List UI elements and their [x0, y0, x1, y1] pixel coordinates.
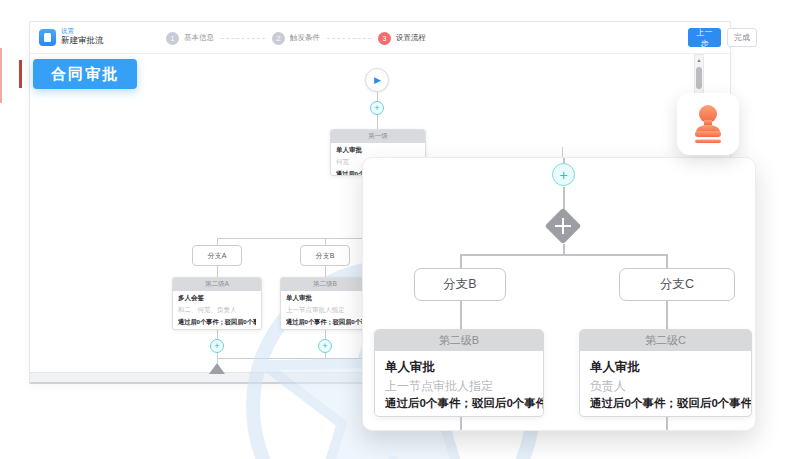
finish-button[interactable]: 完成 [727, 28, 757, 47]
assignee: 和二、何苋、负责人 [178, 306, 256, 315]
card-title: 第二级B [281, 278, 369, 291]
connector [666, 301, 668, 329]
level2a-approval-card[interactable]: 第二级A 多人会签 和二、何苋、负责人 通过后0个事件；驳回后0个事件 [172, 277, 262, 330]
branch-c-node[interactable]: 分支C [619, 268, 735, 301]
approval-type: 多人会签 [178, 294, 256, 303]
add-node-button[interactable]: + [210, 339, 224, 353]
events-summary: 通过后0个事件；驳回后0个事件 [286, 318, 364, 327]
plus-icon [550, 213, 576, 239]
step-1-dot: 1 [166, 32, 179, 45]
wizard-steps: 1 基本信息 2 触发条件 3 设置流程 [166, 22, 426, 54]
connector [563, 187, 565, 210]
approval-type: 单人审批 [590, 359, 741, 376]
level2c-approval-card[interactable]: 第二级C 单人审批 负责人 通过后0个事件；驳回后0个事件 [579, 329, 752, 417]
step-trigger-condition[interactable]: 2 触发条件 [272, 32, 320, 45]
events-summary: 通过后0个事件；驳回后0个事件 [590, 396, 741, 411]
branch-b-node[interactable]: 分支B [414, 268, 506, 301]
connector [325, 238, 326, 245]
connector [460, 301, 462, 329]
card-title: 第二级A [173, 278, 261, 291]
play-icon: ▶ [374, 76, 381, 85]
step-3-label: 设置流程 [396, 33, 426, 43]
page-title: 新建审批流 [61, 36, 104, 45]
approval-type: 单人审批 [286, 294, 364, 303]
red-accent-strip [19, 60, 22, 88]
add-node-button[interactable]: + [318, 339, 332, 353]
assignee: 负责人 [590, 378, 741, 395]
approval-type: 单人审批 [336, 146, 420, 155]
document-icon [39, 29, 56, 46]
events-summary: 通过后0个事件；驳回后0个事件 [178, 318, 256, 327]
stamp-icon [690, 104, 726, 144]
step-set-flow[interactable]: 3 设置流程 [378, 32, 426, 45]
card-title: 第一级 [331, 130, 425, 143]
previous-step-button[interactable]: 上一步 [688, 28, 721, 47]
connector [666, 254, 668, 268]
vertical-scrollbar[interactable]: ▲ [694, 54, 704, 95]
step-divider [327, 38, 371, 39]
approval-type: 单人审批 [385, 359, 533, 376]
connector [460, 254, 462, 268]
add-node-button[interactable]: + [370, 101, 384, 115]
connector [217, 330, 218, 339]
page: 设置 新建审批流 1 基本信息 2 触发条件 3 设置流程 上一步 [0, 0, 792, 459]
branch-b-node[interactable]: 分支B [300, 245, 350, 266]
app-label: 设置 [61, 27, 104, 34]
connector [562, 147, 563, 157]
assignee: 上一节点审批人指定 [385, 378, 533, 395]
zoom-detail-panel: + 分支B 分支C 第二级B 单人审批 上一节点审批人指定 通过后0个事件；驳回… [362, 157, 756, 431]
scroll-up-icon[interactable]: ▲ [695, 55, 703, 65]
step-basic-info[interactable]: 1 基本信息 [166, 32, 214, 45]
connector [563, 244, 565, 254]
connector [217, 238, 218, 245]
level2b-approval-card[interactable]: 第二级B 单人审批 上一节点审批人指定 通过后0个事件；驳回后0个事件 [374, 329, 544, 417]
card-title: 第二级B [375, 330, 543, 351]
window-header: 设置 新建审批流 1 基本信息 2 触发条件 3 设置流程 上一步 [30, 22, 730, 54]
contract-approval-badge: 合同审批 [33, 59, 137, 89]
plus-icon: + [214, 341, 219, 351]
add-node-button[interactable]: + [552, 163, 575, 186]
plus-icon: + [322, 341, 327, 351]
events-summary: 通过后0个事件；驳回后0个事件 [385, 396, 533, 411]
connector [460, 254, 667, 256]
step-2-label: 触发条件 [290, 33, 320, 43]
connector [217, 238, 378, 239]
connector [460, 417, 462, 431]
merge-triangle-icon [209, 363, 225, 374]
assignee: 上一节点审批人指定 [286, 306, 364, 315]
plus-icon: + [559, 167, 567, 183]
step-1-label: 基本信息 [184, 33, 214, 43]
level2b-approval-card[interactable]: 第二级B 单人审批 上一节点审批人指定 通过后0个事件；驳回后0个事件 [280, 277, 370, 330]
condition-gateway-node[interactable] [545, 208, 582, 245]
connector [666, 417, 668, 431]
branch-a-node[interactable]: 分支A [192, 245, 242, 266]
card-title: 第二级C [580, 330, 751, 351]
step-3-dot: 3 [378, 32, 391, 45]
plus-icon: + [374, 103, 379, 113]
step-divider [221, 38, 265, 39]
start-node[interactable]: ▶ [365, 68, 389, 92]
step-2-dot: 2 [272, 32, 285, 45]
app-title-block: 设置 新建审批流 [61, 27, 104, 45]
scrollbar-thumb[interactable] [696, 67, 702, 89]
stamp-card[interactable] [677, 93, 739, 155]
connector [377, 115, 378, 129]
left-edge-accent [0, 48, 2, 103]
connector [217, 266, 218, 277]
